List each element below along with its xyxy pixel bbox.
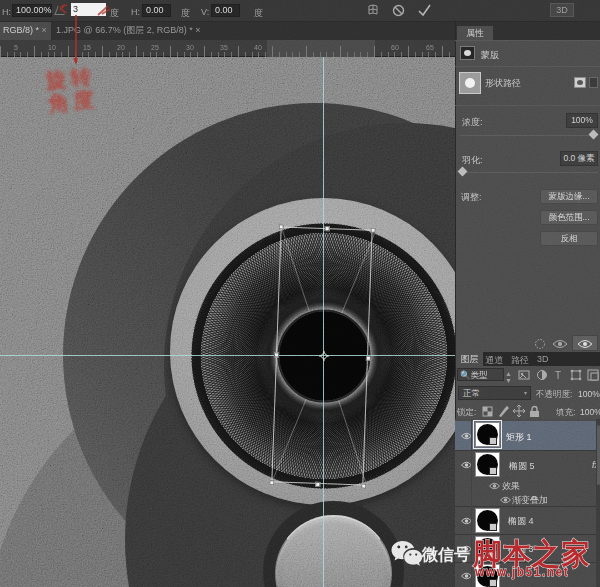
svg-text:T: T: [555, 370, 561, 381]
